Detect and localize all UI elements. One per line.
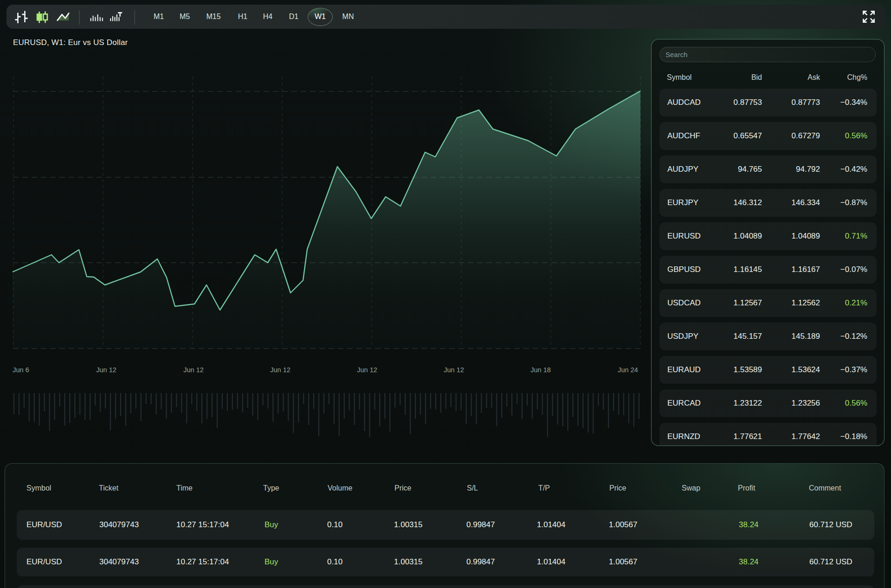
svg-text:Jun 12: Jun 12 [96,366,116,374]
svg-text:Jun 12: Jun 12 [270,366,291,374]
svg-text:Jun 6: Jun 6 [13,366,29,374]
svg-text:Jun 24: Jun 24 [618,366,638,374]
svg-text:Jun 18: Jun 18 [530,366,551,374]
svg-text:Jun 12: Jun 12 [444,366,464,374]
svg-text:Jun 12: Jun 12 [183,366,204,374]
svg-text:Jun 12: Jun 12 [357,366,377,374]
